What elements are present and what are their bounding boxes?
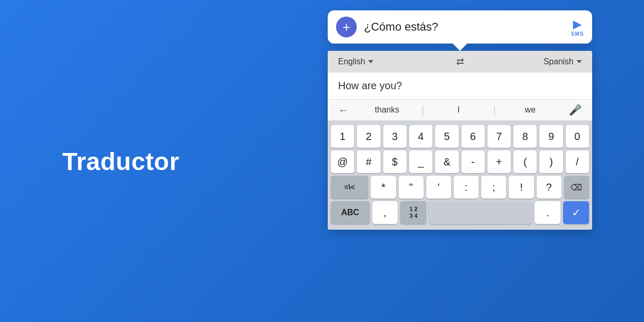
key-4[interactable]: 4 <box>409 125 432 148</box>
key-9[interactable]: 9 <box>539 125 563 148</box>
key-at[interactable]: @ <box>331 150 354 173</box>
microphone-icon[interactable]: 🎤 <box>565 104 586 116</box>
source-language-selector[interactable]: English <box>338 57 419 66</box>
translation-text: How are you? <box>328 73 592 100</box>
key-0[interactable]: 0 <box>566 125 589 148</box>
key-plus[interactable]: + <box>487 150 511 173</box>
key-underscore[interactable]: _ <box>409 150 432 173</box>
key-minus[interactable]: - <box>461 150 485 173</box>
language-bar: English ⇄ Spanish <box>328 51 592 73</box>
send-icon: ▶ <box>573 18 582 31</box>
app-title: Traductor <box>62 147 179 175</box>
keyboard-row-more-symbols: =\< * " ' : ; ! ? ⌫ <box>331 176 589 199</box>
key-2[interactable]: 2 <box>357 125 380 148</box>
key-1234[interactable]: 1 23 4 <box>400 201 426 224</box>
key-1[interactable]: 1 <box>331 125 354 148</box>
key-semicolon[interactable]: ; <box>481 176 506 199</box>
suggestions-bar: ← thanks | I | we 🎤 <box>328 100 592 121</box>
key-slash[interactable]: / <box>566 150 589 173</box>
numbers-label: 1 23 4 <box>410 206 417 219</box>
key-question[interactable]: ? <box>537 176 562 199</box>
key-colon[interactable]: : <box>454 176 479 199</box>
sms-label: SMS <box>571 31 584 37</box>
key-ampersand[interactable]: & <box>435 150 458 173</box>
key-quote[interactable]: " <box>399 176 424 199</box>
key-period[interactable]: . <box>535 201 561 224</box>
target-language-label: Spanish <box>543 57 573 66</box>
delete-icon: ⌫ <box>570 183 582 192</box>
target-language-chevron-icon <box>577 60 582 63</box>
add-button[interactable]: + <box>336 17 357 37</box>
keyboard-row-numbers: 1 2 3 4 5 6 7 8 9 0 <box>331 125 589 148</box>
keyboard-row-bottom: ABC , 1 23 4 . ✓ <box>331 201 589 224</box>
send-sms-button[interactable]: ▶ SMS <box>571 18 584 37</box>
keyboard-row-symbols: @ # $ _ & - + ( ) / <box>331 150 589 173</box>
target-language-selector[interactable]: Spanish <box>500 57 582 66</box>
key-exclamation[interactable]: ! <box>509 176 534 199</box>
back-button[interactable]: ← <box>334 104 353 116</box>
key-delete[interactable]: ⌫ <box>564 176 589 199</box>
key-comma[interactable]: , <box>372 201 398 224</box>
key-8[interactable]: 8 <box>513 125 537 148</box>
sms-input[interactable]: ¿Cómo estás? <box>364 20 564 34</box>
source-language-label: English <box>338 57 365 66</box>
key-confirm[interactable]: ✓ <box>563 201 589 224</box>
swap-languages-button[interactable]: ⇄ <box>419 56 501 67</box>
key-abc[interactable]: ABC <box>331 201 370 224</box>
key-open-paren[interactable]: ( <box>513 150 537 173</box>
suggestion-thanks[interactable]: thanks <box>353 104 422 116</box>
key-apostrophe[interactable]: ' <box>426 176 451 199</box>
key-close-paren[interactable]: ) <box>539 150 563 173</box>
key-dollar[interactable]: $ <box>383 150 407 173</box>
key-space[interactable] <box>429 201 532 224</box>
key-hash[interactable]: # <box>357 150 380 173</box>
source-language-chevron-icon <box>368 60 373 63</box>
key-3[interactable]: 3 <box>383 125 407 148</box>
key-5[interactable]: 5 <box>435 125 458 148</box>
key-7[interactable]: 7 <box>487 125 511 148</box>
sms-bubble: + ¿Cómo estás? ▶ SMS <box>328 10 592 44</box>
keyboard: 1 2 3 4 5 6 7 8 9 0 @ # $ _ & - + ( <box>328 121 592 230</box>
translator-panel: English ⇄ Spanish How are you? ← thanks … <box>328 51 592 230</box>
suggestion-we[interactable]: we <box>496 104 565 116</box>
key-equals-backslash[interactable]: =\< <box>331 176 368 199</box>
key-6[interactable]: 6 <box>461 125 485 148</box>
key-asterisk[interactable]: * <box>371 176 396 199</box>
confirm-icon: ✓ <box>572 206 581 219</box>
phone-ui: + ¿Cómo estás? ▶ SMS English ⇄ Spanish H… <box>328 10 592 230</box>
suggestion-i[interactable]: I <box>424 104 493 116</box>
